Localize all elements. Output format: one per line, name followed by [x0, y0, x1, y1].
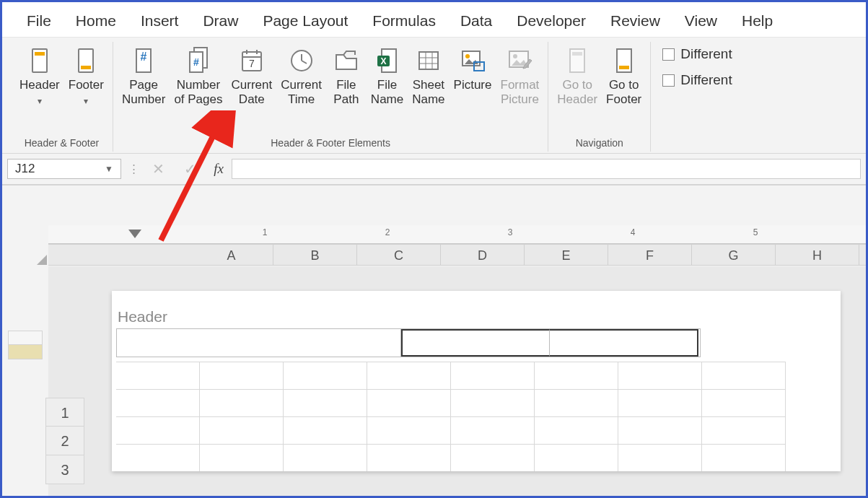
- column-header[interactable]: H: [776, 245, 859, 265]
- number-of-pages-button[interactable]: # Number of Pages: [170, 42, 227, 110]
- menu-draw[interactable]: Draw: [203, 12, 238, 30]
- column-header[interactable]: B: [273, 245, 357, 265]
- menu-formulas[interactable]: Formulas: [372, 12, 436, 30]
- format-picture-icon: [504, 45, 535, 77]
- excel-file-icon: X: [372, 45, 403, 77]
- row-header[interactable]: 2: [45, 427, 84, 455]
- footer-icon: [70, 45, 102, 77]
- page-number-label: Page Number: [122, 78, 165, 107]
- cell-grid[interactable]: [116, 362, 786, 471]
- goto-header-icon: [561, 45, 593, 77]
- footer-label: Footer: [69, 78, 104, 92]
- menu-developer[interactable]: Developer: [517, 12, 586, 30]
- goto-footer-label: Go to Footer: [606, 78, 641, 107]
- menu-page-layout[interactable]: Page Layout: [263, 12, 348, 30]
- column-header[interactable]: C: [357, 245, 441, 265]
- current-time-button[interactable]: Current Time: [276, 42, 326, 110]
- svg-point-26: [465, 54, 470, 58]
- footer-button[interactable]: Footer ▾: [64, 42, 108, 111]
- picture-icon: [457, 45, 488, 77]
- column-header[interactable]: E: [525, 245, 608, 265]
- column-header[interactable]: G: [692, 245, 776, 265]
- svg-rect-33: [619, 66, 629, 69]
- menu-review[interactable]: Review: [610, 12, 660, 30]
- group-label-hf: Header & Footer: [25, 137, 100, 152]
- formula-bar-drag-icon[interactable]: ⋮: [125, 154, 142, 184]
- accept-formula-icon: ✓: [174, 154, 206, 184]
- current-date-label: Current Date: [231, 78, 272, 107]
- svg-rect-3: [81, 66, 91, 69]
- page-number-icon: #: [128, 45, 159, 77]
- row-header[interactable]: 3: [45, 455, 84, 484]
- ruler-tick: 1: [263, 227, 268, 237]
- column-header[interactable]: F: [608, 245, 692, 265]
- calendar-icon: 7: [236, 45, 268, 77]
- formula-bar: J12 ▼ ⋮ ✕ ✓ fx: [2, 154, 866, 185]
- svg-rect-1: [35, 52, 45, 56]
- header-label: Header: [19, 78, 60, 92]
- format-picture-button: Format Picture: [496, 42, 544, 110]
- menu-help[interactable]: Help: [742, 12, 773, 30]
- worksheet-page: Header: [112, 291, 841, 471]
- menu-insert[interactable]: Insert: [141, 12, 179, 30]
- goto-footer-button[interactable]: Go to Footer: [602, 42, 646, 110]
- number-of-pages-label: Number of Pages: [174, 78, 222, 107]
- page-number-button[interactable]: # Page Number: [118, 42, 170, 110]
- name-box[interactable]: J12 ▼: [7, 159, 121, 179]
- svg-rect-20: [419, 52, 438, 69]
- ribbon-group-elements: # Page Number # Number of Pages 7 Curren…: [113, 42, 548, 152]
- format-picture-label: Format Picture: [501, 78, 540, 107]
- ruler-origin-marker-icon: [128, 230, 141, 238]
- header-right-section[interactable]: [550, 329, 698, 357]
- row-headers: 1 2 3: [45, 398, 84, 484]
- menu-view[interactable]: View: [685, 12, 717, 30]
- header-left-section[interactable]: [117, 329, 401, 357]
- header-center-section[interactable]: [401, 329, 550, 357]
- header-icon: [24, 45, 56, 77]
- sheet-name-button[interactable]: Sheet Name: [408, 42, 449, 110]
- menu-data[interactable]: Data: [460, 12, 492, 30]
- insert-function-button[interactable]: fx: [206, 154, 232, 184]
- header-button[interactable]: Header ▾: [15, 42, 64, 111]
- current-time-label: Current Time: [281, 78, 322, 107]
- clock-icon: [286, 45, 317, 77]
- file-name-button[interactable]: X File Name: [367, 42, 408, 110]
- picture-button[interactable]: Picture: [450, 42, 496, 110]
- option-different-1[interactable]: Different: [662, 46, 732, 62]
- current-date-button[interactable]: 7 Current Date: [227, 42, 276, 110]
- cancel-formula-icon: ✕: [142, 154, 174, 184]
- opt1-label: Different: [680, 46, 732, 62]
- option-different-2[interactable]: Different: [662, 72, 732, 88]
- opt2-label: Different: [680, 72, 732, 88]
- formula-input[interactable]: [232, 159, 861, 179]
- menu-file[interactable]: File: [27, 12, 51, 30]
- number-of-pages-icon: #: [183, 45, 214, 77]
- work-area: J12 ▼ ⋮ ✕ ✓ fx 1 2 3 4 5 A B C D E F G H…: [2, 154, 866, 498]
- select-all-button[interactable]: [22, 245, 48, 266]
- vertical-ruler-bar: [8, 331, 43, 388]
- file-path-label: File Path: [333, 78, 359, 107]
- folder-icon: [330, 45, 362, 77]
- ruler-tick: 2: [385, 227, 390, 237]
- menu-home[interactable]: Home: [76, 12, 116, 30]
- checkbox-icon: [662, 48, 675, 61]
- ruler-tick: 4: [631, 227, 636, 237]
- column-header[interactable]: A: [190, 245, 273, 265]
- picture-label: Picture: [454, 78, 492, 92]
- ruler-tick: 3: [508, 227, 513, 237]
- sheet-grid-icon: [413, 45, 444, 77]
- ribbon: Header ▾ Footer ▾ Header & Footer # Page…: [2, 37, 866, 154]
- row-header[interactable]: 1: [45, 398, 84, 427]
- file-path-button[interactable]: File Path: [326, 42, 367, 110]
- svg-text:7: 7: [249, 58, 255, 69]
- column-headers: A B C D E F G H: [48, 244, 866, 266]
- ribbon-group-navigation: Go to Header Go to Footer Navigation: [548, 42, 651, 152]
- ruler-tick: 5: [753, 227, 758, 237]
- chevron-down-icon: ▼: [105, 164, 113, 174]
- ribbon-group-header-footer: Header ▾ Footer ▾ Header & Footer: [11, 42, 113, 152]
- svg-text:#: #: [141, 51, 147, 63]
- ribbon-group-options: Different Different: [651, 42, 739, 152]
- column-header[interactable]: D: [441, 245, 525, 265]
- page-header-row[interactable]: [116, 328, 701, 357]
- svg-rect-31: [572, 52, 582, 56]
